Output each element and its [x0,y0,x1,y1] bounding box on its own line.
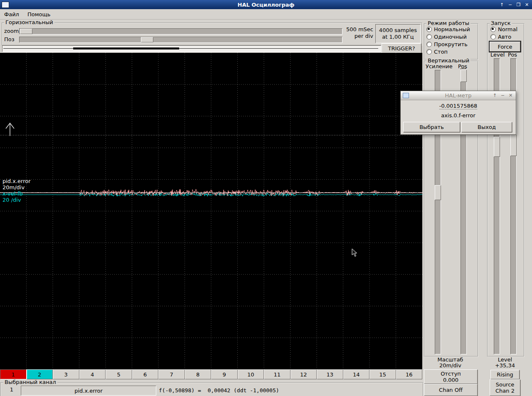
halmeter-close-icon[interactable]: ✕ [508,93,513,98]
halmeter-window[interactable]: HAL-метр ↑ − ✕ -0.001575868 axis.0.f-err… [400,91,516,135]
record-progress-bar [2,45,381,52]
sweep-rate-line2: per div [337,33,373,39]
trigger-status-button[interactable]: TRIGGER? [382,43,421,54]
trigger-frame [487,23,525,357]
channel-button-16[interactable]: 16 [396,369,423,379]
shade-icon[interactable]: ↑ [498,1,505,8]
window-title: HAL Осциллограф [0,2,532,8]
channel-bar: 1 2 3 4 5 6 7 8 9 10 11 12 13 14 15 16 [0,369,422,379]
radio-icon [426,42,432,47]
halmeter-signal: axis.0.f-error [401,112,516,119]
trigger-pos-label: Pos [508,52,517,58]
halmeter-minimize-icon[interactable]: − [500,93,505,98]
trigger-level-label: Level [490,52,505,58]
run-mode-roll[interactable]: Прокрутить [426,41,468,47]
close-icon[interactable]: ✕ [523,1,530,8]
channel2-scale-label: 20 /div [2,197,21,203]
radio-icon [490,27,496,32]
channel-button-6[interactable]: 6 [132,369,159,379]
level-readout-value: +35,34 [487,362,523,369]
menu-file[interactable]: Файл [0,10,23,19]
halmeter-app-icon [403,93,409,98]
gain-label: Усиление [426,63,453,69]
hpos-label: Поз [4,36,15,42]
halmeter-titlebar[interactable]: HAL-метр ↑ − ✕ [401,91,516,100]
channel-button-10[interactable]: 10 [238,369,264,379]
trigger-level-slider-handle[interactable] [494,137,500,157]
halmeter-exit-button[interactable]: Выход [461,122,512,132]
channel1-name-label: pid.x.error [2,178,31,184]
zoom-label: zoom [4,28,19,34]
force-button[interactable]: Force [490,42,520,52]
channel-button-11[interactable]: 11 [264,369,291,379]
edge-button[interactable]: Rising [490,370,520,379]
run-mode-stop[interactable]: Стоп [426,49,448,55]
radio-icon [490,34,496,40]
samples-line2: at 1,00 КГц [382,34,414,40]
chan-off-button[interactable]: Chan Off [424,384,478,396]
channel-button-3[interactable]: 3 [53,369,79,379]
samples-line1: 4000 samples [379,27,417,34]
trigger-normal[interactable]: Normal [490,26,517,32]
halmeter-shade-icon[interactable]: ↑ [492,93,498,98]
menubar: Файл Помощь [0,9,532,20]
minimize-icon[interactable]: − [507,1,514,8]
gain-slider-handle[interactable] [435,185,441,200]
horizontal-frame-label: Горизонтальный [4,20,54,25]
scope-canvas [0,53,422,369]
maximize-icon[interactable]: ❐ [515,1,522,8]
scale-value: 20m/div [424,362,477,369]
halmeter-select-button[interactable]: Выбрать [403,122,460,132]
radio-icon [426,27,432,32]
channel-button-13[interactable]: 13 [317,369,343,379]
run-mode-single[interactable]: Одиночный [426,34,467,40]
selected-channel-frame-label: Выбранный канал [3,379,57,385]
channel-button-12[interactable]: 12 [291,369,317,379]
scope-display: pid.x.error 20m/div x-vel-fb 20 /div [0,53,422,369]
trigger-pos-slider-handle[interactable] [510,134,517,156]
channel-button-8[interactable]: 8 [185,369,212,379]
menu-help[interactable]: Помощь [23,10,54,19]
channel-value-readout: f(-0,50898) = 0,00042 (ddt -1,00005) [159,387,279,394]
run-mode-frame-label: Режим работы [426,20,470,26]
channel-button-14[interactable]: 14 [343,369,370,379]
window-titlebar[interactable]: HAL Осциллограф ↑ − ❐ ✕ [0,0,532,9]
channel-button-4[interactable]: 4 [79,369,106,379]
zoom-slider-handle[interactable] [20,29,32,34]
zoom-slider[interactable] [19,28,342,35]
mouse-cursor [352,248,358,257]
channel1-scale-label: 20m/div [2,185,25,191]
scale-label: Масштаб [424,356,477,363]
app-icon [2,2,9,7]
hpos-slider-handle[interactable] [141,37,153,42]
vertical-pos-slider-handle[interactable] [461,69,467,82]
channel-button-5[interactable]: 5 [106,369,132,379]
run-mode-normal[interactable]: Нормальный [426,26,470,32]
level-readout-label: Level [487,356,523,363]
samples-box[interactable]: 4000 samples at 1,00 КГц [375,24,421,43]
trigger-source-button[interactable]: Source Chan 2 [490,379,520,396]
offset-button[interactable]: Отступ 0.000 [424,369,478,384]
selected-channel-number: 1 [7,386,17,393]
record-displayed-segment [73,47,179,50]
sweep-rate-line1: 500 mSec [337,26,373,32]
trigger-frame-label: Запуск [490,20,512,26]
halmeter-value: -0.001575868 [439,103,478,109]
channel-button-9[interactable]: 9 [211,369,238,379]
vertical-frame-label: Вертикальный [426,58,470,64]
selected-channel-name-field[interactable]: pid.x.error [21,386,156,396]
trigger-auto[interactable]: Авто [490,34,511,40]
channel-button-1[interactable]: 1 [0,369,27,379]
radio-icon [426,49,432,54]
channel-button-2[interactable]: 2 [27,369,53,379]
channel2-name-label: x-vel-fb [2,191,23,197]
radio-icon [426,34,432,40]
channel-button-15[interactable]: 15 [369,369,396,379]
channel-button-7[interactable]: 7 [158,369,185,379]
hpos-slider[interactable] [19,37,342,43]
